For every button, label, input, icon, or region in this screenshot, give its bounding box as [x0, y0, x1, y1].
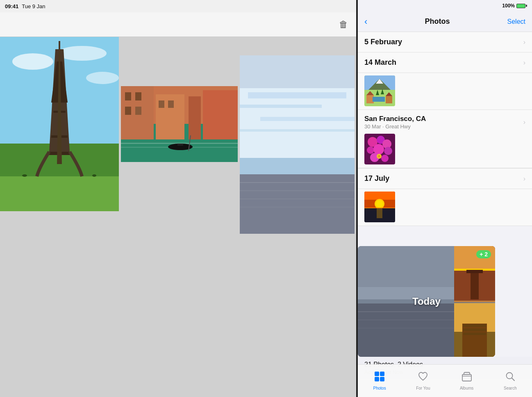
- back-button[interactable]: ‹: [364, 16, 367, 27]
- svg-point-1: [12, 53, 53, 70]
- battery-pct: 100%: [502, 3, 515, 9]
- thumb-july-1[interactable]: [364, 192, 395, 222]
- svg-rect-21: [159, 100, 164, 108]
- battery-box: [516, 4, 525, 8]
- svg-rect-12: [59, 41, 60, 50]
- svg-rect-67: [364, 192, 395, 200]
- thumb-strip-march: [358, 73, 532, 110]
- svg-rect-33: [248, 92, 346, 98]
- date-label-feb: 5 February: [364, 38, 402, 46]
- chevron-icon-march: ›: [523, 59, 525, 66]
- svg-point-64: [378, 155, 380, 157]
- svg-rect-10: [53, 111, 66, 113]
- svg-rect-18: [135, 92, 141, 100]
- svg-rect-8: [49, 152, 70, 155]
- plus-badge: + 2: [476, 250, 491, 258]
- header-title: Photos: [425, 17, 450, 26]
- sf-title: San Francisco, CA: [364, 115, 426, 123]
- svg-rect-51: [373, 97, 385, 102]
- section-5-february[interactable]: 5 February ›: [358, 32, 532, 52]
- svg-rect-71: [377, 208, 382, 218]
- tab-for-you-label: For You: [416, 386, 430, 390]
- select-button[interactable]: Select: [507, 18, 525, 25]
- svg-point-62: [381, 155, 389, 162]
- svg-rect-94: [375, 372, 379, 376]
- svg-rect-91: [463, 324, 486, 327]
- svg-rect-35: [260, 117, 355, 121]
- tab-search[interactable]: Search: [496, 371, 525, 390]
- svg-point-13: [22, 174, 27, 177]
- section-17-july[interactable]: 17 July ›: [358, 169, 532, 189]
- svg-rect-17: [125, 92, 131, 100]
- svg-rect-4: [0, 144, 119, 176]
- svg-rect-96: [375, 377, 379, 381]
- date-label-july: 17 July: [364, 174, 389, 183]
- svg-rect-95: [380, 372, 384, 376]
- svg-rect-49: [386, 96, 392, 103]
- status-bar: 09:41 Tue 9 Jan: [0, 0, 356, 12]
- status-date: Tue 9 Jan: [22, 3, 45, 9]
- svg-rect-22: [168, 100, 174, 108]
- svg-rect-92: [463, 329, 486, 331]
- trash-icon[interactable]: 🗑: [339, 19, 348, 30]
- svg-rect-23: [203, 90, 238, 139]
- svg-point-60: [384, 147, 392, 155]
- chevron-icon-feb: ›: [523, 39, 525, 46]
- section-14-march[interactable]: 14 March ›: [358, 52, 532, 73]
- svg-rect-20: [135, 107, 141, 115]
- svg-rect-5: [0, 176, 119, 211]
- right-status-bar: 100%: [358, 0, 532, 11]
- tab-albums[interactable]: Albums: [452, 371, 481, 390]
- svg-rect-9: [51, 135, 68, 138]
- svg-rect-34: [240, 105, 322, 108]
- right-header: ‹ Photos Select: [358, 11, 532, 32]
- battery-indicator: 100%: [502, 3, 525, 9]
- today-label: Today: [412, 296, 441, 307]
- svg-point-58: [367, 146, 374, 154]
- tab-for-you[interactable]: For You: [409, 371, 437, 390]
- tab-photos-label: Photos: [373, 386, 386, 390]
- tab-search-label: Search: [504, 386, 517, 390]
- left-panel: 09:41 Tue 9 Jan 🗑: [0, 0, 356, 397]
- svg-rect-93: [463, 333, 486, 335]
- tab-photos-icon: [374, 371, 385, 385]
- tab-bar: Photos For You Albums Search: [358, 364, 532, 397]
- today-side-thumb-2[interactable]: [454, 303, 495, 357]
- svg-rect-97: [380, 377, 384, 381]
- sf-subtitle: 30 Mar · Great Hwy: [364, 123, 426, 130]
- svg-rect-86: [466, 270, 483, 273]
- tab-for-you-icon: [418, 371, 428, 385]
- thumb-sf-1[interactable]: [364, 134, 395, 164]
- svg-point-14: [92, 174, 96, 177]
- thumb-march-1[interactable]: [364, 75, 395, 106]
- svg-rect-29: [177, 144, 183, 146]
- chevron-icon-july: ›: [523, 175, 525, 183]
- svg-rect-36: [240, 129, 355, 132]
- svg-rect-11: [56, 86, 63, 88]
- tab-albums-icon: [462, 371, 472, 385]
- section-sf[interactable]: San Francisco, CA 30 Mar · Great Hwy ›: [358, 110, 532, 169]
- svg-rect-82: [454, 246, 495, 271]
- status-time: 09:41: [5, 3, 18, 9]
- tab-albums-label: Albums: [460, 386, 473, 390]
- photo-glacier[interactable]: [240, 55, 355, 234]
- photo-venice[interactable]: [121, 86, 238, 162]
- svg-point-69: [376, 200, 383, 208]
- chevron-icon-sf: ›: [523, 119, 525, 126]
- photo-grid: [0, 37, 356, 397]
- thumb-strip-july: [358, 189, 532, 226]
- left-toolbar: 🗑: [0, 12, 356, 37]
- svg-line-101: [512, 378, 514, 381]
- svg-rect-85: [471, 271, 479, 299]
- photo-eiffel[interactable]: [0, 37, 119, 211]
- svg-point-3: [86, 72, 119, 84]
- today-side-thumbs: [454, 246, 495, 357]
- svg-rect-19: [125, 107, 131, 115]
- thumb-strip-sf: [358, 131, 532, 168]
- svg-point-100: [506, 373, 512, 379]
- today-overlay[interactable]: Today + 2: [358, 246, 495, 357]
- tab-search-icon: [505, 371, 516, 385]
- date-label-march: 14 March: [364, 58, 396, 67]
- sf-header[interactable]: San Francisco, CA 30 Mar · Great Hwy ›: [358, 110, 532, 131]
- tab-photos[interactable]: Photos: [365, 371, 394, 390]
